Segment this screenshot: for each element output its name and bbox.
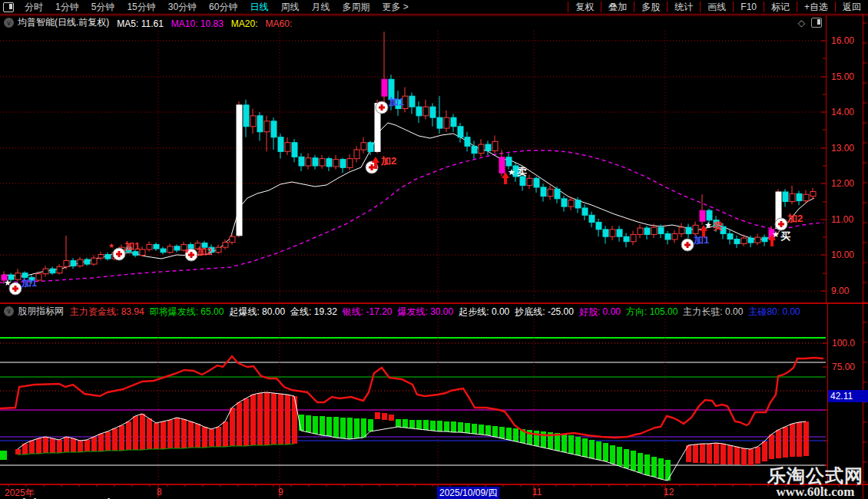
price-axis-label: 10.00 xyxy=(831,250,854,260)
histogram-bar xyxy=(589,440,595,458)
histogram-bar xyxy=(568,435,574,454)
histogram-bar xyxy=(223,421,228,447)
histogram-bar xyxy=(582,438,588,457)
candle-body xyxy=(465,137,470,147)
candle-body xyxy=(603,230,608,236)
histogram-bar xyxy=(458,422,463,432)
histogram-bar xyxy=(84,440,90,451)
candle-body xyxy=(264,121,270,132)
histogram-bar xyxy=(444,421,449,431)
histogram-bar xyxy=(126,421,131,450)
price-axis-label: 14.00 xyxy=(831,107,854,117)
chart-canvas[interactable]: 16.0015.0014.0013.0012.0011.0010.009.00★… xyxy=(0,0,868,499)
histogram-bar xyxy=(313,416,318,434)
histogram-bar xyxy=(485,425,491,435)
candle-body xyxy=(596,223,601,230)
candle-body xyxy=(306,158,311,166)
histogram-bar xyxy=(147,418,152,449)
signal-text: 加1 xyxy=(124,240,140,252)
histogram-bar xyxy=(707,444,712,464)
histogram-bar xyxy=(188,421,194,448)
candle-body xyxy=(499,157,505,173)
date-label-3: 2025/10/09/四 xyxy=(437,487,499,499)
histogram-bar xyxy=(575,437,581,455)
candle-body xyxy=(783,192,788,202)
histogram-bar xyxy=(734,447,740,464)
histogram-bar xyxy=(638,453,643,473)
candle-body xyxy=(631,234,636,241)
candle-body xyxy=(230,236,235,242)
candle-body xyxy=(91,258,97,264)
candle-body xyxy=(568,200,574,207)
signal-text: 卖 xyxy=(713,220,723,232)
indicator-value-badge: 42.11 xyxy=(828,390,868,402)
signal-text: 加2 xyxy=(380,155,396,167)
histogram-bar xyxy=(769,435,774,459)
histogram-bar xyxy=(727,445,733,464)
histogram-bar xyxy=(29,441,35,454)
histogram-bar xyxy=(64,437,69,452)
candle-body xyxy=(15,273,21,279)
histogram-bar xyxy=(748,449,754,465)
candle-body xyxy=(444,117,449,128)
histogram-bar xyxy=(700,444,705,463)
histogram-bar xyxy=(278,394,283,444)
candle-body xyxy=(727,233,733,239)
candle-body xyxy=(762,237,767,242)
histogram-bar xyxy=(271,393,277,444)
candle-body xyxy=(237,105,242,236)
histogram-bar xyxy=(105,431,111,451)
histogram-bar xyxy=(250,395,256,445)
price-axis-label: 13.00 xyxy=(831,143,854,154)
candle-body xyxy=(43,269,48,274)
candle-body xyxy=(492,141,498,150)
candle-body xyxy=(555,189,560,199)
candle-body xyxy=(250,116,256,127)
star-icon: ★ xyxy=(4,278,12,287)
histogram-bar xyxy=(797,422,802,457)
candle-body xyxy=(527,178,532,185)
candle-body xyxy=(71,260,76,266)
candle-body xyxy=(133,252,138,256)
histogram-bar xyxy=(237,402,242,446)
indicator-axis-label: 75.00 xyxy=(832,362,855,372)
histogram-bar xyxy=(721,444,726,464)
price-axis-label: 16.00 xyxy=(831,35,854,46)
right-ruler-line xyxy=(863,15,863,499)
candle-body xyxy=(382,79,387,96)
candle-body xyxy=(485,144,491,150)
histogram-bar xyxy=(91,437,97,451)
histogram-bar xyxy=(368,419,373,431)
candle-body xyxy=(472,146,477,153)
candle-body xyxy=(548,189,553,196)
candle-body xyxy=(610,230,615,236)
date-axis[interactable]: 2025年892025/10/09/四1112 xyxy=(0,484,868,499)
histogram-bar xyxy=(437,421,442,431)
histogram-bar xyxy=(98,434,104,451)
date-label-1: 8 xyxy=(157,487,162,497)
candle-body xyxy=(575,200,581,208)
price-axis-label: 9.00 xyxy=(831,286,850,296)
histogram-bar xyxy=(596,441,601,460)
histogram-bar xyxy=(741,448,747,465)
price-axis-label: 12.00 xyxy=(831,178,854,189)
candle-body xyxy=(797,193,802,200)
candle-body xyxy=(326,159,332,167)
star-icon: ★ xyxy=(108,242,114,250)
candle-body xyxy=(534,178,539,187)
histogram-bar xyxy=(209,429,214,447)
candle-body xyxy=(506,157,512,166)
histogram-bar xyxy=(347,418,353,439)
histogram-bar xyxy=(693,444,698,463)
histogram-bar xyxy=(651,457,657,477)
histogram-bar xyxy=(333,417,339,438)
histogram-bar xyxy=(78,441,83,452)
candle-body xyxy=(174,246,180,250)
candle-body xyxy=(624,236,629,242)
candle-body xyxy=(333,160,339,167)
histogram-bar xyxy=(624,449,629,468)
signal-text: 加1 xyxy=(693,234,709,246)
candle-body xyxy=(748,238,754,243)
histogram-bar xyxy=(610,445,615,464)
date-label-0: 2025年 xyxy=(5,487,35,499)
